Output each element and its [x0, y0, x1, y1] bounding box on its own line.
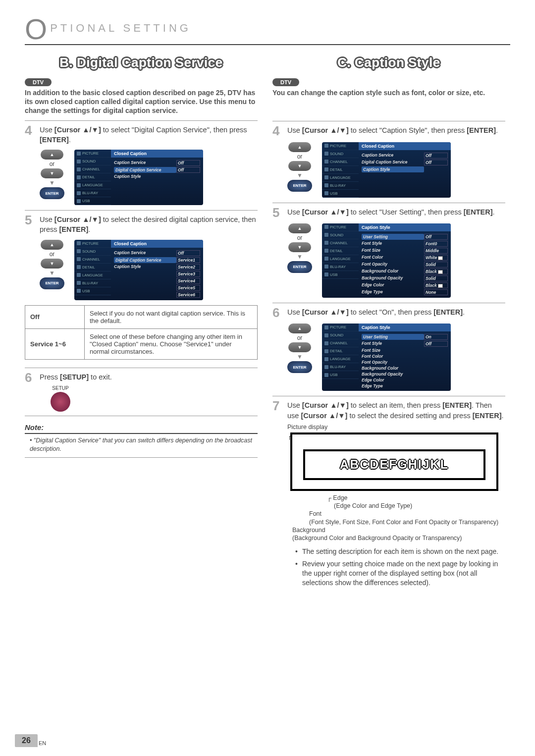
osd-row: Service5	[114, 284, 200, 291]
osd-row: Edge Type	[362, 383, 448, 389]
osd-row: Edge ColorBlack	[362, 282, 448, 289]
table-key: Service 1~6	[25, 328, 85, 359]
osd-tab: LANGUAGE	[322, 255, 359, 263]
cursor-up-button[interactable]: ▲	[41, 150, 63, 160]
table-value: Select one of these before changing any …	[85, 328, 258, 359]
osd-tab: SOUND	[74, 158, 111, 165]
osd-row: Background Color	[362, 365, 448, 371]
step-6-text: Press [SETUP] to exit.	[40, 372, 258, 382]
edge-label: Edge	[333, 494, 347, 501]
dtv-badge: DTV	[25, 78, 52, 86]
enter-button[interactable]: ENTER	[287, 361, 312, 373]
section-c-intro: You can change the caption style such as…	[272, 88, 505, 97]
osd-tab: LANGUAGE	[74, 181, 111, 189]
page-header: O PTIONAL SETTING	[25, 15, 510, 44]
step-4-text: Use [Cursor ▲/▼] to select "Digital Capt…	[40, 125, 258, 145]
setup-button[interactable]	[51, 392, 70, 412]
osd-row: Service6	[114, 291, 200, 298]
dtv-badge: DTV	[272, 78, 299, 86]
osd-row: Caption Style	[362, 166, 448, 173]
osd-row: Font SizeMiddle	[362, 247, 448, 254]
osd-row: Font ColorWhite	[362, 254, 448, 261]
osd-row: Background ColorBlack	[362, 268, 448, 275]
cursor-buttons: ▲ or ▼ ▼ ENTER	[287, 142, 312, 192]
c-step-4-text: Use [Cursor ▲/▼] to select "Caption Styl…	[287, 125, 505, 135]
cursor-down-button[interactable]: ▼	[288, 242, 311, 252]
step-number-4: 4	[25, 125, 36, 136]
cursor-down-button[interactable]: ▼	[288, 161, 311, 171]
cursor-up-button[interactable]: ▲	[288, 223, 311, 233]
enter-button[interactable]: ENTER	[287, 180, 312, 192]
cursor-down-button[interactable]: ▼	[41, 259, 63, 269]
arrow-down-icon: ▼	[297, 172, 303, 179]
osd-row: Service4	[114, 277, 200, 284]
osd-tab: PICTURE	[74, 150, 111, 158]
divider	[272, 303, 505, 303]
enter-button[interactable]: ENTER	[40, 277, 64, 289]
section-c: C. Caption Style DTV You can change the …	[272, 55, 505, 591]
osd-tab: USB	[74, 197, 111, 205]
osd-tab: DETAIL	[74, 173, 111, 181]
osd-row: User SettingOff	[362, 233, 448, 240]
osd-row: Font Color	[362, 353, 448, 359]
cursor-up-button[interactable]: ▲	[288, 324, 311, 333]
osd-tab: USB	[74, 287, 111, 295]
list-item: Review your setting choice made on the n…	[295, 559, 505, 588]
osd-row: Caption ServiceOff	[114, 160, 200, 166]
step-number-5: 5	[25, 215, 36, 226]
cursor-buttons: ▲ or ▼ ▼ ENTER	[287, 324, 312, 373]
divider	[25, 416, 258, 416]
osd-row: Digital Caption ServiceOff	[362, 159, 448, 166]
cursor-down-button[interactable]: ▼	[288, 342, 311, 352]
osd-tab: CHANNEL	[322, 158, 359, 166]
cursor-buttons: ▲ or ▼ ▼ ENTER	[287, 223, 312, 273]
c-step-6-text: Use [Cursor ▲/▼] to select "On", then pr…	[287, 307, 505, 317]
setup-button-group: SETUP	[46, 385, 75, 412]
note-rule	[25, 433, 258, 434]
section-c-title: C. Caption Style	[272, 55, 505, 70]
osd-row: Edge TypeNone	[362, 289, 448, 296]
note-title: Note:	[25, 423, 258, 432]
table-value: Select if you do not want digital captio…	[85, 305, 258, 328]
osd-screenshot-c5: PICTURESOUNDCHANNELDETAILLANGUAGEBLU-RAY…	[322, 223, 451, 298]
table-row: Service 1~6Select one of these before ch…	[25, 328, 258, 359]
osd-tab: DETAIL	[322, 247, 359, 255]
note-text: • "Digital Caption Service" that you can…	[25, 436, 258, 453]
arrow-down-icon: ▼	[297, 253, 303, 260]
osd-tab: PICTURE	[322, 142, 359, 150]
table-key: Off	[25, 305, 85, 328]
osd-tab: DETAIL	[322, 166, 359, 174]
enter-button[interactable]: ENTER	[287, 261, 312, 273]
picture-display-diagram: Picture display ┌ ABCDEFGHIJKL ┌ Edge (E…	[287, 424, 505, 588]
arrow-down-icon: ▼	[49, 270, 55, 276]
cursor-up-button[interactable]: ▲	[288, 142, 311, 152]
osd-tab: SOUND	[322, 150, 359, 158]
cursor-buttons: ▲ or ▼ ▼ ENTER	[40, 240, 64, 289]
header-initial: O	[25, 15, 48, 44]
note-rule-bottom	[25, 457, 258, 458]
osd-row: User SettingOn	[362, 333, 448, 340]
c-step-5-text: Use [Cursor ▲/▼] to select "User Setting…	[287, 207, 505, 217]
or-label: or	[50, 161, 55, 167]
cursor-up-button[interactable]: ▲	[41, 240, 63, 250]
osd-tab: USB	[322, 371, 359, 379]
c-step-7-text: Use [Cursor ▲/▼] to select an item, then…	[287, 400, 505, 421]
osd-tab: CHANNEL	[74, 256, 111, 264]
osd-tab: PICTURE	[322, 324, 359, 331]
section-b-intro: In addition to the basic closed caption …	[25, 88, 258, 115]
osd-screenshot-b4: PICTURESOUNDCHANNELDETAILLANGUAGEBLU-RAY…	[74, 150, 203, 205]
page-number: 26	[15, 734, 38, 747]
osd-tab: PICTURE	[322, 223, 359, 231]
step-number-4: 4	[272, 125, 283, 137]
or-label: or	[50, 251, 55, 258]
osd-tab: SOUND	[322, 331, 359, 339]
divider	[272, 121, 505, 121]
section-b-title: B. Digital Caption Service	[25, 55, 258, 70]
osd-row: Digital Caption ServiceService1	[114, 257, 200, 264]
osd-row: Caption Style	[114, 173, 200, 179]
cursor-down-button[interactable]: ▼	[41, 168, 63, 178]
osd-tab: DETAIL	[322, 347, 359, 355]
step-number-5: 5	[272, 207, 283, 218]
osd-tab: USB	[322, 190, 359, 198]
enter-button[interactable]: ENTER	[40, 187, 64, 199]
